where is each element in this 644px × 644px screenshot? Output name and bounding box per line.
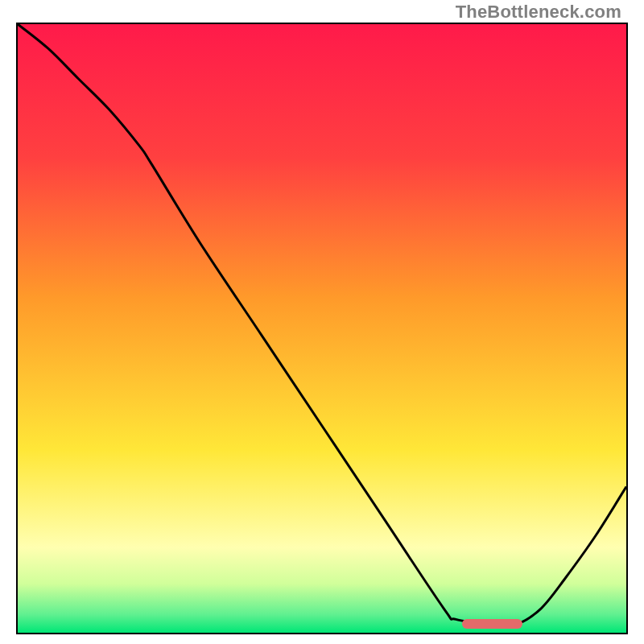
chart-container: TheBottleneck.com	[0, 0, 644, 644]
curve-path	[18, 24, 626, 625]
watermark-text: TheBottleneck.com	[456, 2, 621, 23]
chart-frame	[16, 23, 628, 634]
optimal-range-marker	[462, 619, 523, 629]
bottleneck-curve	[18, 24, 626, 633]
